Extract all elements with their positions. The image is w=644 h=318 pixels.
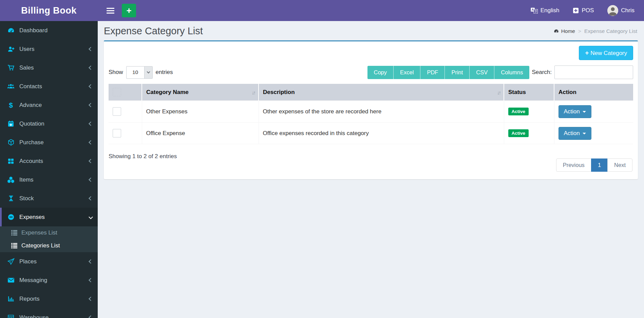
sort-icon[interactable]: ↓↑	[497, 89, 500, 95]
sidebar-item-label: Expenses	[19, 214, 89, 221]
card-toolbar: +New Category	[109, 46, 633, 60]
brand-logo[interactable]: Billing Book	[0, 0, 98, 21]
export-print-button[interactable]: Print	[445, 66, 470, 79]
sidebar-item-label: Purchase	[19, 139, 89, 146]
gauge-icon	[6, 27, 15, 34]
row-checkbox[interactable]	[113, 107, 121, 116]
sidebar-item-reports[interactable]: Reports	[0, 289, 98, 308]
quick-add-button[interactable]: +	[122, 4, 136, 17]
plus-icon: +	[585, 49, 589, 56]
submenu-item-categories-list[interactable]: Categories List	[0, 239, 98, 252]
category-name-cell: Other Expenses	[142, 101, 259, 123]
sidebar-item-advance[interactable]: $ Advance	[0, 96, 98, 114]
hourglass-icon	[6, 195, 15, 202]
cubes-icon	[6, 176, 15, 183]
main-content: Expense Category List Home > Expense Cat…	[98, 21, 644, 318]
content-header: Expense Category List Home > Expense Cat…	[98, 21, 644, 40]
sidebar-item-dashboard[interactable]: Dashboard	[0, 21, 98, 40]
entries-select-value: 10	[127, 67, 144, 78]
chevron-down-icon	[89, 215, 93, 219]
sidebar-item-label: Advance	[19, 102, 89, 109]
sidebar-item-label: Accounts	[19, 158, 89, 165]
sidebar-item-quotation[interactable]: Quotation	[0, 114, 98, 133]
export-and-search: Copy Excel PDF Print CSV Columns Search:	[367, 66, 633, 79]
search-label: Search:	[532, 69, 552, 76]
export-copy-button[interactable]: Copy	[367, 66, 394, 79]
search-control: Search:	[532, 66, 633, 79]
envelope-icon	[6, 277, 15, 283]
description-cell: Other expenses of the store are recorded…	[259, 101, 504, 123]
list-icon	[11, 243, 18, 249]
minus-circle-icon	[6, 213, 15, 221]
sidebar-item-label: Stock	[19, 195, 89, 202]
plus-square-icon	[573, 7, 579, 14]
sidebar-item-stock[interactable]: Stock	[0, 189, 98, 208]
brand-title: Billing Book	[21, 5, 77, 16]
sidebar-item-label: Quotation	[19, 120, 89, 127]
sidebar-item-purchase[interactable]: Purchase	[0, 133, 98, 152]
new-category-label: New Category	[590, 50, 627, 56]
paper-plane-icon	[6, 258, 15, 265]
sidebar-item-messaging[interactable]: Messaging	[0, 271, 98, 289]
new-category-button[interactable]: +New Category	[579, 46, 633, 60]
topbar-left: +	[98, 0, 136, 21]
billing-book-app: Billing Book + English	[0, 0, 644, 318]
row-checkbox[interactable]	[113, 129, 121, 137]
header-category-name[interactable]: Category Name ↓↑	[142, 84, 259, 101]
export-pdf-button[interactable]: PDF	[420, 66, 445, 79]
sidebar-toggle-icon[interactable]	[105, 6, 116, 16]
language-label: English	[541, 7, 560, 14]
entries-select[interactable]: 10	[126, 66, 153, 79]
chevron-left-icon	[89, 140, 93, 145]
language-menu[interactable]: English	[531, 7, 560, 14]
user-menu[interactable]: Chris	[607, 5, 634, 16]
pagination-next-button[interactable]: Next	[607, 158, 632, 172]
table-header-row: Category Name ↓↑ Description ↓↑ Status A…	[109, 84, 633, 101]
category-name-cell: Office Expense	[142, 123, 259, 144]
row-action-button[interactable]: Action	[558, 127, 591, 140]
status-badge: Active	[508, 108, 529, 115]
sidebar-item-warehouse[interactable]: Warehouse	[0, 308, 98, 318]
entries-summary: Showing 1 to 2 of 2 entries	[109, 151, 177, 160]
select-all-checkbox[interactable]	[113, 88, 121, 96]
export-csv-button[interactable]: CSV	[470, 66, 494, 79]
chevron-down-icon	[144, 67, 152, 78]
search-input[interactable]	[554, 66, 633, 79]
row-action-button[interactable]: Action	[558, 105, 591, 118]
breadcrumb-home-link[interactable]: Home	[553, 28, 575, 34]
dollar-icon: $	[6, 101, 15, 109]
sort-icon[interactable]: ↓↑	[252, 89, 255, 95]
submenu-item-expenses-list[interactable]: Expenses List	[0, 226, 98, 239]
table-controls: Show 10 entries Copy Excel PDF Print CSV…	[109, 66, 633, 79]
chevron-left-icon	[89, 84, 93, 89]
entries-label: entries	[156, 69, 173, 76]
export-excel-button[interactable]: Excel	[394, 66, 420, 79]
sidebar-item-users[interactable]: Users	[0, 40, 98, 58]
columns-visibility-button[interactable]: Columns	[494, 66, 529, 79]
sidebar-item-expenses[interactable]: Expenses	[0, 208, 98, 226]
breadcrumb-separator: >	[578, 28, 581, 34]
username-label: Chris	[621, 7, 634, 14]
sidebar-item-sales[interactable]: Sales	[0, 58, 98, 77]
header-description[interactable]: Description ↓↑	[259, 84, 504, 101]
header-action[interactable]: Action	[554, 84, 633, 101]
chevron-left-icon	[89, 196, 93, 201]
pagination-previous-button[interactable]: Previous	[556, 158, 591, 172]
select-all-header	[109, 84, 142, 101]
sidebar-item-accounts[interactable]: Accounts	[0, 152, 98, 170]
chevron-left-icon	[89, 66, 93, 70]
description-cell: Office expenses recorded in this categor…	[259, 123, 504, 144]
sidebar-item-contacts[interactable]: Contacts	[0, 77, 98, 96]
pos-button[interactable]: POS	[573, 7, 594, 14]
category-table: Category Name ↓↑ Description ↓↑ Status A…	[109, 84, 633, 144]
bar-chart-icon	[6, 295, 15, 302]
breadcrumb-home-label: Home	[561, 28, 575, 34]
sidebar-item-items[interactable]: Items	[0, 170, 98, 189]
header-status[interactable]: Status	[504, 84, 554, 101]
status-badge: Active	[508, 129, 529, 137]
caret-down-icon	[583, 133, 586, 134]
table-row: Office Expense Office expenses recorded …	[109, 123, 633, 144]
cart-icon	[6, 64, 15, 71]
sidebar-item-places[interactable]: Places	[0, 252, 98, 271]
pagination-page-1-button[interactable]: 1	[591, 158, 608, 172]
